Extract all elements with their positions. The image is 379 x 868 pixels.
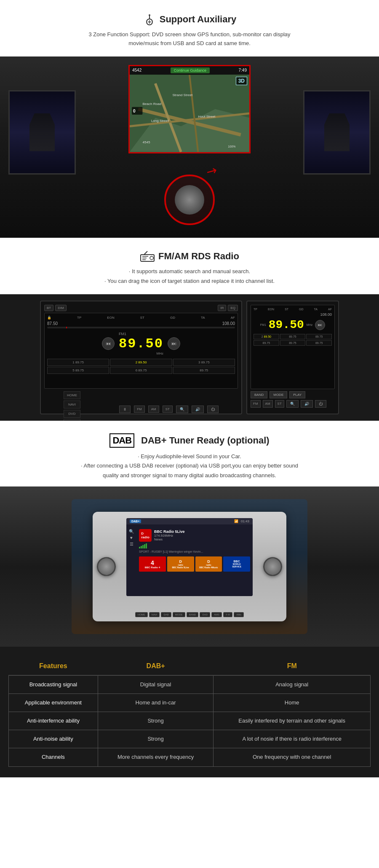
auxiliary-header: Support Auxiliary xyxy=(8,13,371,26)
bt-btn[interactable]: BT xyxy=(44,305,53,311)
radio-unit-right: TP EON ST GD TA AF 108.00 FM1 89.50 MHz … xyxy=(246,301,339,414)
preset-r-6[interactable]: 89.75 xyxy=(280,340,306,346)
fm1-right: FM1 xyxy=(260,323,266,326)
mode-btn-right[interactable]: MODE xyxy=(270,391,287,398)
feature-channels: Channels xyxy=(9,748,98,766)
radio-freq-range: 87.50 108.00 xyxy=(47,321,235,326)
home-btn[interactable]: HOME xyxy=(64,391,80,399)
svg-line-24 xyxy=(144,251,147,255)
preset-r-4[interactable]: 89.75 xyxy=(306,334,332,339)
preset-r-5[interactable]: 89.75 xyxy=(254,340,279,346)
radio-band-label: FM1 89.50 MHz xyxy=(119,332,163,355)
power-btn[interactable]: ⏻ xyxy=(207,406,219,413)
dab-right-knob[interactable] xyxy=(263,557,282,576)
auxiliary-section: Support Auxiliary 3 Zone Function Suppor… xyxy=(0,0,379,56)
preset-1[interactable]: 1 89.75 xyxy=(47,359,109,366)
radio-bullet1: · It supports automatic search and manua… xyxy=(8,266,371,276)
dab-main-content: Dradio BBC Radio 5Live 174.928MHz News xyxy=(136,527,253,596)
fm-right-btn[interactable]: FM xyxy=(251,400,261,408)
am-btn[interactable]: AM xyxy=(148,406,159,413)
navi-btn[interactable]: NAVI xyxy=(64,400,80,408)
radio-freq-bar xyxy=(47,327,235,328)
gps-map-svg: Beach Road Strand Street Long Street Hou… xyxy=(130,75,249,152)
dab-channels: 4 BBC Radio 4 D radio BBC Radio 5Live D … xyxy=(139,556,250,572)
dim-btn[interactable]: DIM xyxy=(55,305,67,311)
fast-forward-btn[interactable]: ⏭ xyxy=(168,337,180,350)
st-right-btn[interactable]: ST xyxy=(275,400,284,408)
preset-2[interactable]: 2 89.50 xyxy=(110,359,172,366)
preset-r-7[interactable]: 89.75 xyxy=(306,340,332,346)
am-right-btn[interactable]: AM xyxy=(263,400,273,408)
dab-screen: DAB+ 📶 01:43 🔍 ♥ ☰ Dradio xyxy=(126,518,253,596)
dab-left-knob[interactable] xyxy=(97,557,116,576)
dab-car-image: DAB+ 📶 01:43 🔍 ♥ ☰ Dradio xyxy=(0,486,379,647)
comparison-table: Features DAB+ FM Broadcasting signal Dig… xyxy=(8,657,371,767)
preset-5[interactable]: 5 89.75 xyxy=(47,367,109,374)
nav-search[interactable]: 🔍 xyxy=(129,529,134,534)
fm-broadcasting: Analog signal xyxy=(214,675,371,694)
dab-dab-btn[interactable]: DAB xyxy=(161,612,171,617)
vol-btn[interactable]: 🔊 xyxy=(192,406,204,413)
st-btn[interactable]: ST xyxy=(163,406,173,413)
dab-dvd-btn[interactable]: DVD xyxy=(200,612,210,617)
eq-btn[interactable]: EQ xyxy=(228,305,238,311)
sport-text: SPORT - RUGBY [L1] Warrington winger Kev… xyxy=(139,550,250,553)
channel-dradle1[interactable]: D radio BBC Radio 5Live xyxy=(167,556,194,572)
r-tp: TP xyxy=(254,308,257,311)
ff-btn-right[interactable]: ⏭ xyxy=(315,320,325,330)
dab-badge: DAB+ xyxy=(130,519,141,523)
arrow-indicator: ↗ xyxy=(204,162,220,180)
svg-text:Beach Road: Beach Road xyxy=(142,102,161,105)
rewind-btn[interactable]: ⏮ xyxy=(102,337,115,350)
preset-3[interactable]: 3 89.75 xyxy=(173,359,235,366)
feature-interference: Anti-interfernce ability xyxy=(9,712,98,730)
dab-mode-btn[interactable]: MODE xyxy=(173,612,185,617)
preset-r-3[interactable]: 89.75 xyxy=(280,334,306,339)
preset-r-2[interactable]: 2 89.50 xyxy=(254,334,279,339)
dab-fr-btn[interactable]: F-R xyxy=(223,612,232,617)
dab-ams2-btn[interactable]: AMs xyxy=(234,612,244,617)
preset-7[interactable]: 89.75 xyxy=(173,367,235,374)
svg-text:Hout Street: Hout Street xyxy=(198,115,216,118)
right-monitor xyxy=(303,90,371,175)
dab-ams-btn[interactable]: AMS xyxy=(211,612,222,617)
dab-title: DAB+ Tuner Ready (optional) xyxy=(141,435,270,446)
power-right-btn[interactable]: ⏻ xyxy=(315,400,326,408)
main-frequency: 89.50 xyxy=(119,336,163,352)
r-gd: GD xyxy=(299,308,304,311)
channel-bbcworld[interactable]: BBC WORLD SERVICE xyxy=(223,556,250,572)
play-btn-right[interactable]: PLAY xyxy=(289,391,305,398)
search-btn[interactable]: 🔍 xyxy=(176,406,188,413)
table-row: Applicable environment Home and in-car H… xyxy=(9,693,371,712)
search-right-btn[interactable]: 🔍 xyxy=(286,400,299,408)
freq-high-right: 108.00 xyxy=(254,312,332,317)
dvd-btn[interactable]: DVD xyxy=(64,410,80,418)
rds-ta: TA xyxy=(201,316,205,320)
radio-unit-left: BT DIM IR EQ 🔒 TP EON ST GD TA AF 87.50 … xyxy=(40,301,242,414)
radio-bottom-controls: ⏸ FM AM ST 🔍 🔊 ⏻ xyxy=(119,391,219,421)
dab-band-btn[interactable]: BAND xyxy=(187,612,199,617)
dab-home-btn[interactable]: HOME xyxy=(135,612,148,617)
pause-btn[interactable]: ⏸ xyxy=(119,406,131,413)
gps-number-top: 4542 xyxy=(132,68,141,73)
band-btn-right[interactable]: BAND xyxy=(251,391,267,398)
dab-noise: Strong xyxy=(98,730,214,748)
bar3 xyxy=(142,545,144,548)
dab-car-unit-wrapper: DAB+ 📶 01:43 🔍 ♥ ☰ Dradio xyxy=(72,499,307,634)
channel-dradle2[interactable]: D radio BBC Radio 4Music xyxy=(195,556,222,572)
fm-btn[interactable]: FM xyxy=(134,406,145,413)
comparison-tbody: Broadcasting signal Digital signal Analo… xyxy=(9,675,371,766)
car-interior-image: 4542 Continue Guidance 7:49 3D Beach Roa… xyxy=(0,56,379,238)
nav-list[interactable]: ☰ xyxy=(130,542,133,546)
dab-navi-btn[interactable]: NAVI xyxy=(149,612,160,617)
radio-right-buttons: IR EQ xyxy=(218,305,238,311)
channel-bbc4[interactable]: 4 BBC Radio 4 xyxy=(139,556,166,572)
ams-btn[interactable]: AMS xyxy=(64,419,80,421)
nav-heart[interactable]: ♥ xyxy=(130,535,133,540)
radio-unit-image: BT DIM IR EQ 🔒 TP EON ST GD TA AF 87.50 … xyxy=(0,294,379,421)
ir-btn[interactable]: IR xyxy=(218,305,226,311)
vol-right-btn[interactable]: 🔊 xyxy=(301,400,313,408)
rds-tp: TP xyxy=(77,316,81,320)
band-mode-right: BAND MODE PLAY xyxy=(251,391,335,398)
preset-6[interactable]: 6 89.75 xyxy=(110,367,172,374)
